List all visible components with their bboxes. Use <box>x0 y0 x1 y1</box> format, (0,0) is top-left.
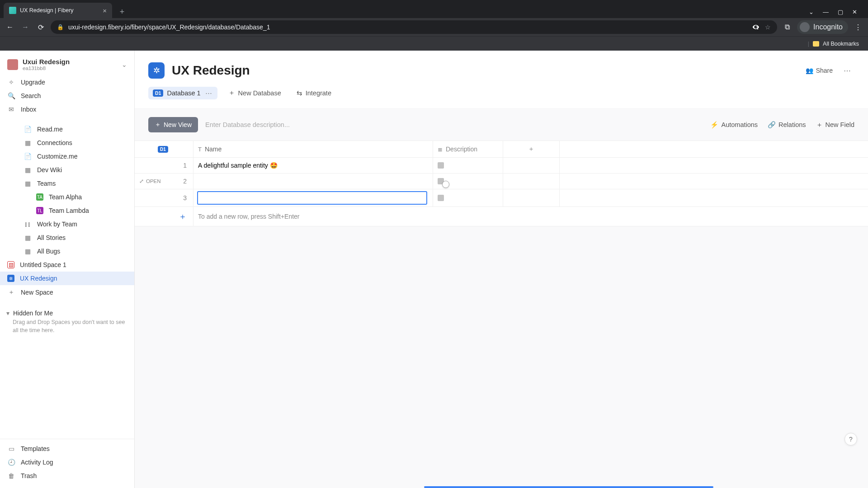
all-bookmarks-link[interactable]: All Bookmarks <box>823 41 859 47</box>
sidebar-item-customize[interactable]: 📄Customize.me <box>0 150 134 163</box>
new-field-button[interactable]: ＋New Field <box>816 121 854 129</box>
plus-icon: ＋ <box>228 89 235 97</box>
button-label: New View <box>164 121 192 128</box>
cell-description[interactable] <box>433 158 503 173</box>
sidebar-team-alpha[interactable]: TATeam Alpha <box>0 190 134 204</box>
automations-button[interactable]: ⚡Automations <box>710 121 758 129</box>
column-header-name[interactable]: TName <box>193 141 433 157</box>
browser-chrome: UX Redesign | Fibery × + ⌄ — ▢ ✕ ← → ⟳ 🔒… <box>0 0 868 51</box>
paragraph-icon: ≣ <box>438 146 443 153</box>
db-tab-menu-icon[interactable]: ⋯ <box>204 89 213 97</box>
sidebar-item-allstories[interactable]: ▦All Stories <box>0 231 134 244</box>
sidebar-search[interactable]: 🔍Search <box>0 89 134 103</box>
sidebar-item-label: All Bugs <box>37 248 60 255</box>
new-database-button[interactable]: ＋New Database <box>224 86 286 100</box>
grid-header-row: D1 TName ≣Description ＋ <box>135 141 868 157</box>
share-label: Share <box>816 67 833 74</box>
forward-icon[interactable]: → <box>20 23 31 31</box>
page-title[interactable]: UX Redesign <box>172 63 250 78</box>
maximize-icon[interactable]: ▢ <box>838 9 843 15</box>
close-tab-icon[interactable]: × <box>103 7 107 14</box>
bottom-progress-bar <box>135 484 868 488</box>
open-label: OPEN <box>146 178 161 184</box>
incognito-chip[interactable]: Incognito <box>797 20 848 34</box>
row-number: ⤢OPEN 2 <box>135 174 193 189</box>
trash-icon: 🗑 <box>7 472 15 479</box>
sidebar: Uxui Redesign ea131bb8 ⌄ ✧Upgrade 🔍Searc… <box>0 51 135 488</box>
sidebar-item-label: Untitled Space 1 <box>20 261 66 268</box>
tab-bar: UX Redesign | Fibery × + ⌄ — ▢ ✕ <box>0 0 868 18</box>
sidebar-space-uxredesign[interactable]: ✲UX Redesign <box>0 272 134 285</box>
star-icon[interactable]: ☆ <box>765 23 771 31</box>
relations-button[interactable]: 🔗Relations <box>768 121 806 129</box>
upgrade-icon: ✧ <box>7 79 15 86</box>
name-input[interactable] <box>197 191 427 205</box>
column-header-description[interactable]: ≣Description <box>433 141 503 157</box>
cell-description[interactable] <box>433 189 503 206</box>
browser-tab[interactable]: UX Redesign | Fibery × <box>4 3 112 18</box>
search-icon: 🔍 <box>7 92 15 99</box>
sidebar-inbox[interactable]: ✉Inbox <box>0 103 134 116</box>
sidebar-trash[interactable]: 🗑Trash <box>0 469 134 483</box>
address-bar[interactable]: 🔒 uxui-redesign.fibery.io/fibery/space/U… <box>51 20 777 34</box>
extensions-icon[interactable]: ⧉ <box>782 23 793 31</box>
button-label: Relations <box>778 121 806 128</box>
more-menu-icon[interactable]: ⋯ <box>840 65 854 77</box>
sidebar-upgrade[interactable]: ✧Upgrade <box>0 75 134 89</box>
hidden-for-me-header[interactable]: ▾Hidden for Me <box>0 306 134 318</box>
eye-off-icon[interactable]: 👁️‍🗨️ <box>752 23 760 31</box>
plus-icon: ＋ <box>179 211 187 222</box>
share-button[interactable]: 👥Share <box>806 67 833 74</box>
workspace-switcher[interactable]: Uxui Redesign ea131bb8 ⌄ <box>0 55 134 75</box>
add-row[interactable]: ＋ To add a new row, press Shift+Enter <box>135 206 868 226</box>
sidebar-templates[interactable]: ▭Templates <box>0 442 134 455</box>
cell-description[interactable] <box>433 174 503 189</box>
new-view-button[interactable]: ＋New View <box>148 117 198 132</box>
table-row[interactable]: 1 A delightful sample entity 🤩 <box>135 157 868 173</box>
add-column-button[interactable]: ＋ <box>503 141 560 157</box>
integrate-button[interactable]: ⇆Integrate <box>292 87 336 99</box>
database-tabs: D1 Database 1 ⋯ ＋New Database ⇆Integrate <box>135 83 868 108</box>
sidebar-item-teams[interactable]: ▦Teams <box>0 177 134 190</box>
kebab-icon[interactable]: ⋮ <box>853 23 863 32</box>
chevron-down-icon[interactable]: ⌄ <box>122 61 127 68</box>
cell-name[interactable]: A delightful sample entity 🤩 <box>193 158 433 173</box>
sidebar-item-label: Teams <box>37 180 56 187</box>
reload-icon[interactable]: ⟳ <box>35 23 46 32</box>
db-badge: D1 <box>158 146 168 153</box>
button-label: New Field <box>826 121 854 128</box>
sidebar-item-devwiki[interactable]: ▦Dev Wiki <box>0 163 134 177</box>
cell-name-editing[interactable] <box>193 189 433 206</box>
link-icon: ⇆ <box>297 89 302 97</box>
sidebar-item-workbyteam[interactable]: ⫿⫿Work by Team <box>0 217 134 231</box>
row-number: 3 <box>135 189 193 206</box>
grid-icon: ▦ <box>24 180 32 187</box>
tab-database-1[interactable]: D1 Database 1 ⋯ <box>148 87 217 99</box>
sidebar-item-label: Work by Team <box>37 221 77 228</box>
help-button[interactable]: ? <box>844 433 857 446</box>
space-badge-icon[interactable]: ✲ <box>148 62 165 79</box>
sidebar-space-untitled[interactable]: ▧Untitled Space 1 <box>0 258 134 272</box>
close-window-icon[interactable]: ✕ <box>852 9 857 15</box>
new-tab-button[interactable]: + <box>116 5 128 18</box>
sidebar-item-label: Upgrade <box>21 79 45 86</box>
sidebar-team-lambda[interactable]: TLTeam Lambda <box>0 204 134 217</box>
chevron-down-icon[interactable]: ⌄ <box>809 9 814 15</box>
sidebar-item-connections[interactable]: ▦Connections <box>0 136 134 150</box>
add-row-plus[interactable]: ＋ <box>135 207 193 226</box>
note-icon <box>438 178 444 184</box>
cell-name[interactable] <box>193 174 433 189</box>
table-row[interactable]: ⤢OPEN 2 <box>135 173 868 189</box>
back-icon[interactable]: ← <box>5 23 15 31</box>
sidebar-new-space[interactable]: ＋New Space <box>0 285 134 300</box>
sidebar-item-readme[interactable]: 📄Read.me <box>0 122 134 136</box>
minimize-icon[interactable]: — <box>823 9 829 15</box>
expand-icon: ⤢ <box>139 178 144 184</box>
sidebar-item-allbugs[interactable]: ▦All Bugs <box>0 244 134 258</box>
database-description-input[interactable] <box>205 121 332 128</box>
sidebar-item-label: Team Lambda <box>49 207 89 214</box>
table-row[interactable]: 3 <box>135 189 868 206</box>
sidebar-activity-log[interactable]: 🕘Activity Log <box>0 455 134 469</box>
row-number-header: D1 <box>135 141 193 157</box>
open-row-button[interactable]: ⤢OPEN <box>139 178 161 184</box>
